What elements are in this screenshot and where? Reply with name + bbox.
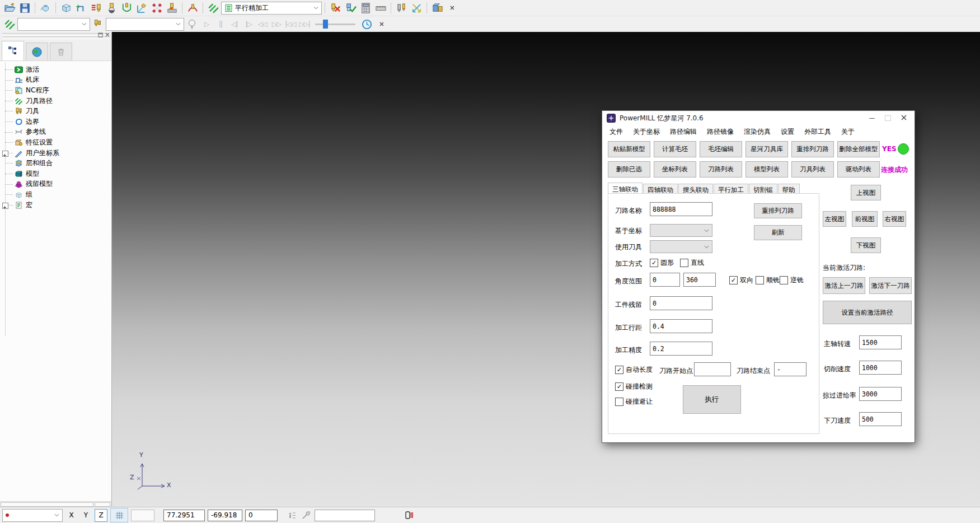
leads-links-button[interactable] bbox=[74, 1, 88, 15]
block-button[interactable] bbox=[59, 1, 73, 15]
activate-previous-button[interactable]: 激活上一刀路 bbox=[823, 277, 865, 294]
menu-render-simulate[interactable]: 渲染仿真 bbox=[739, 126, 776, 138]
tree-item-feature-sets[interactable]: 特征设置 bbox=[0, 137, 111, 148]
bidirectional-checkbox[interactable]: ✓双向 bbox=[729, 275, 753, 285]
menu-settings[interactable]: 设置 bbox=[776, 126, 799, 138]
base-coordinate-select[interactable] bbox=[650, 224, 712, 237]
simulation-status-button[interactable] bbox=[403, 508, 415, 522]
tree-item-stock-models[interactable]: 残留模型 bbox=[0, 179, 111, 190]
xyz-list-button[interactable] bbox=[288, 508, 298, 522]
tab-explorer-tree[interactable] bbox=[2, 41, 24, 60]
save-project-button[interactable] bbox=[17, 1, 32, 15]
tool-select[interactable] bbox=[650, 240, 712, 253]
tree-item-activate[interactable]: 激活 bbox=[0, 64, 111, 75]
measure-button[interactable] bbox=[373, 1, 388, 15]
axis-y-button[interactable]: Y bbox=[80, 510, 92, 521]
tree-item-boundaries[interactable]: 边界 bbox=[0, 116, 111, 127]
open-project-button[interactable] bbox=[2, 1, 17, 15]
tool-list-button[interactable]: 刀具列表 bbox=[791, 161, 834, 178]
expand-icon[interactable] bbox=[2, 203, 8, 209]
status-combobox[interactable] bbox=[2, 509, 63, 522]
go-to-start-button[interactable]: |◁◁ bbox=[284, 17, 297, 31]
step-back-button[interactable]: ◁| bbox=[228, 17, 241, 31]
arc-fit-button[interactable] bbox=[185, 1, 200, 15]
float-panel-icon[interactable] bbox=[98, 32, 103, 38]
pattern-button[interactable] bbox=[149, 1, 164, 15]
delete-all-models-button[interactable]: 删除全部模型 bbox=[837, 141, 880, 157]
execute-button[interactable]: 执行 bbox=[683, 385, 741, 414]
mode-line-checkbox[interactable]: 直线 bbox=[680, 258, 704, 268]
menu-path-mirror[interactable]: 路径镜像 bbox=[702, 126, 739, 138]
set-active-path-button[interactable]: 设置当前激活路径 bbox=[823, 301, 912, 324]
simulation-speed-slider[interactable] bbox=[315, 18, 355, 30]
stepover-input[interactable] bbox=[650, 319, 712, 333]
tree-item-toolpaths[interactable]: 刀具路径 bbox=[0, 96, 111, 106]
menu-file[interactable]: 文件 bbox=[604, 126, 628, 138]
cutting-feed-input[interactable] bbox=[859, 361, 902, 375]
skim-feed-input[interactable] bbox=[859, 387, 902, 401]
toolpath-strategy-button[interactable] bbox=[119, 1, 134, 15]
delete-toolpath-button[interactable] bbox=[328, 1, 343, 15]
menu-about[interactable]: 关于 bbox=[836, 126, 860, 138]
tab-recycle-bin[interactable] bbox=[50, 43, 72, 60]
toolpath-list-button[interactable]: 刀路列表 bbox=[700, 161, 742, 178]
model-list-button[interactable]: 模型列表 bbox=[745, 161, 788, 178]
bottom-view-button[interactable]: 下视图 bbox=[851, 237, 881, 253]
simulation-toolpath-combobox[interactable] bbox=[17, 18, 90, 31]
active-toolpath-combobox[interactable]: 平行精加工 bbox=[221, 2, 322, 15]
panel-gripper[interactable] bbox=[2, 33, 109, 36]
step-forward-button[interactable]: |▷ bbox=[242, 17, 255, 31]
verify-toolpath-button[interactable] bbox=[343, 1, 358, 15]
tool-library-button[interactable]: 星河刀具库 bbox=[745, 141, 788, 157]
axis-z-button[interactable]: Z bbox=[95, 509, 107, 522]
workplane-edit-button[interactable] bbox=[134, 1, 149, 15]
tree-item-models[interactable]: 模型 bbox=[0, 169, 111, 179]
calculate-block-button[interactable]: 计算毛坯 bbox=[654, 141, 696, 157]
nc-program-button[interactable] bbox=[206, 1, 221, 15]
scrollbar-thumb[interactable] bbox=[1, 502, 93, 507]
coordinate-list-button[interactable]: 坐标列表 bbox=[654, 161, 696, 178]
expand-icon[interactable] bbox=[2, 151, 8, 157]
climb-mill-checkbox[interactable]: 顺铣 bbox=[756, 275, 780, 285]
position-y-field[interactable] bbox=[208, 510, 242, 521]
pause-button[interactable]: || bbox=[214, 17, 227, 31]
left-view-button[interactable]: 左视图 bbox=[823, 211, 846, 227]
minimize-button[interactable] bbox=[869, 118, 875, 119]
toolbar1-close-button[interactable] bbox=[445, 1, 459, 15]
rearrange-button[interactable]: 重排列刀路 bbox=[754, 203, 802, 218]
highlight-button[interactable] bbox=[185, 17, 199, 31]
menu-path-edit[interactable]: 路径编辑 bbox=[665, 126, 702, 138]
tree-item-groups[interactable]: 组 bbox=[0, 189, 111, 200]
tool-database-button[interactable] bbox=[394, 1, 409, 15]
axis-x-button[interactable]: X bbox=[65, 510, 77, 521]
tree-item-tools[interactable]: 刀具 bbox=[0, 106, 111, 116]
plunge-feed-input[interactable] bbox=[859, 412, 902, 426]
simulation-tool-combobox[interactable] bbox=[106, 18, 184, 31]
drive-list-button[interactable]: 驱动列表 bbox=[837, 161, 880, 178]
position-x-field[interactable] bbox=[163, 510, 205, 521]
tolerance-input[interactable] bbox=[650, 342, 712, 356]
paste-new-model-button[interactable]: 粘贴新模型 bbox=[608, 141, 650, 157]
maximize-button[interactable] bbox=[885, 115, 891, 121]
front-view-button[interactable]: 前视图 bbox=[852, 211, 878, 227]
collision-check-button[interactable] bbox=[165, 1, 179, 15]
end-point-input[interactable] bbox=[774, 362, 806, 376]
position-z-field[interactable] bbox=[245, 510, 278, 521]
close-panel-icon[interactable] bbox=[105, 32, 110, 37]
tree-item-patterns[interactable]: 参考线 bbox=[0, 127, 111, 138]
fast-forward-button[interactable]: ▷▷ bbox=[270, 17, 283, 31]
tree-item-levels[interactable]: 层和组合 bbox=[0, 158, 111, 169]
conventional-mill-checkbox[interactable]: 逆铣 bbox=[780, 275, 804, 285]
top-view-button[interactable]: 上视图 bbox=[851, 185, 881, 200]
collision-check-checkbox[interactable]: ✓碰撞检测 bbox=[615, 382, 653, 391]
simulation-clock-button[interactable] bbox=[359, 17, 374, 31]
angle-from-input[interactable] bbox=[650, 273, 680, 287]
spindle-speed-input[interactable] bbox=[859, 335, 902, 349]
dialog-close-button[interactable] bbox=[901, 114, 907, 122]
rewind-button[interactable]: ◁◁ bbox=[256, 17, 269, 31]
probe-target-button[interactable] bbox=[301, 508, 312, 522]
tree-item-nc-programs[interactable]: NC程序 bbox=[0, 85, 111, 96]
slider-thumb[interactable] bbox=[323, 20, 328, 29]
block-edit-button[interactable]: 毛坯编辑 bbox=[700, 141, 742, 157]
tool-sphere-button[interactable] bbox=[104, 1, 119, 15]
